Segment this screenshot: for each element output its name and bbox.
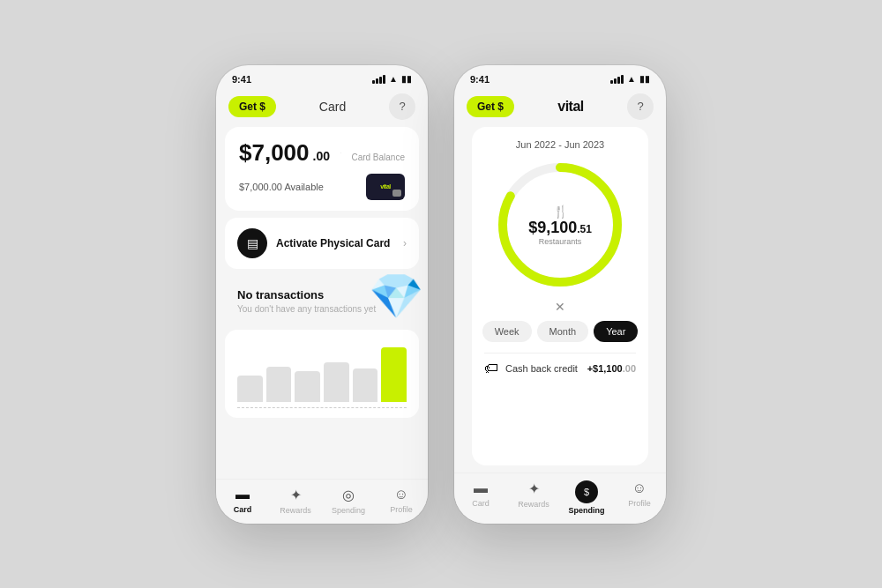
battery-icon-2: ▮▮ — [639, 74, 650, 84]
status-time-1: 9:41 — [232, 74, 251, 85]
get-button-1[interactable]: Get $ — [228, 96, 276, 117]
balance-cents: .00 — [313, 149, 330, 163]
year-tab[interactable]: Year — [594, 321, 638, 342]
restaurant-icon: 🍴 — [528, 204, 592, 218]
cashback-row: 🏷 Cash back credit +$1,100.00 — [484, 353, 636, 383]
donut-chart: 🍴 $9,100.51 Restaurants — [494, 159, 626, 291]
status-bar-2: 9:41 ▲ ▮▮ — [454, 65, 666, 88]
rewards-nav-icon-2: ✦ — [528, 480, 540, 497]
donut-center: 🍴 $9,100.51 Restaurants — [528, 204, 592, 245]
profile-nav-icon: ☺ — [394, 487, 408, 502]
bar-6 — [381, 347, 407, 402]
nav-profile-1[interactable]: ☺ Profile — [375, 487, 428, 515]
wifi-icon-2: ▲ — [627, 74, 636, 84]
nav-spending-2[interactable]: $ Spending — [560, 480, 613, 515]
available-text: $7,000.00 Available — [239, 182, 324, 192]
phone-2: 9:41 ▲ ▮▮ Get $ vital ? Jun 2022 - Jun 2… — [454, 65, 666, 524]
wifi-icon-1: ▲ — [389, 74, 398, 84]
spending-card: Jun 2022 - Jun 2023 🍴 $9,100.51 Restaura… — [472, 127, 648, 465]
chart-section — [225, 330, 419, 418]
bar-3 — [295, 371, 320, 402]
donut-amount: $9,100.51 — [528, 218, 592, 236]
help-button-2[interactable]: ? — [627, 93, 654, 120]
nav-card-2[interactable]: ▬ Card — [454, 480, 507, 515]
card-nav-label-2: Card — [472, 499, 490, 508]
balance-section: $7,000 .00 Card Balance $7,000.00 Availa… — [225, 127, 419, 211]
activate-card-icon: ▤ — [237, 228, 267, 258]
status-bar-1: 9:41 ▲ ▮▮ — [216, 65, 428, 88]
balance-label: Card Balance — [351, 153, 405, 162]
bottom-nav-2: ▬ Card ✦ Rewards $ Spending ☺ Profile — [454, 473, 666, 524]
phone-1: 9:41 ▲ ▮▮ Get $ Card ? $7,000 .00 Card B… — [216, 65, 428, 524]
card-nav-icon: ▬ — [235, 487, 250, 502]
activate-card-text: Activate Physical Card — [276, 237, 394, 249]
nav-card-1[interactable]: ▬ Card — [216, 487, 269, 515]
status-icons-1: ▲ ▮▮ — [372, 74, 412, 84]
spending-content: Jun 2022 - Jun 2023 🍴 $9,100.51 Restaura… — [454, 127, 666, 473]
donut-category: Restaurants — [528, 236, 592, 245]
nav-rewards-2[interactable]: ✦ Rewards — [507, 480, 560, 515]
spending-nav-label-2: Spending — [569, 506, 605, 515]
spending-nav-icon-2: $ — [575, 480, 598, 503]
nav-spending-1[interactable]: ◎ Spending — [322, 487, 375, 515]
cashback-icon: 🏷 — [484, 361, 498, 376]
card-nav-label: Card — [234, 505, 252, 514]
header-title-1: Card — [283, 100, 382, 114]
signal-icon-2 — [610, 75, 624, 84]
cashback-label: Cash back credit — [505, 363, 580, 374]
balance-amount: $7,000 — [239, 139, 310, 167]
date-range: Jun 2022 - Jun 2023 — [516, 139, 604, 150]
help-button-1[interactable]: ? — [389, 93, 415, 120]
profile-nav-label: Profile — [390, 505, 413, 514]
vital-logo: vital — [521, 99, 620, 115]
scroll-content-1: $7,000 .00 Card Balance $7,000.00 Availa… — [216, 127, 428, 479]
week-tab[interactable]: Week — [482, 321, 532, 342]
balance-row: $7,000 .00 Card Balance — [239, 139, 405, 167]
header-1: Get $ Card ? — [216, 88, 428, 127]
bar-5 — [353, 368, 378, 402]
rewards-nav-label: Rewards — [280, 506, 311, 515]
period-tabs: Week Month Year — [482, 321, 639, 342]
gem-decoration: 💎 — [369, 271, 423, 322]
cashback-amount: +$1,100.00 — [587, 363, 636, 374]
close-button[interactable]: ✕ — [555, 300, 565, 314]
get-button-2[interactable]: Get $ — [467, 96, 514, 117]
card-nav-icon-2: ▬ — [474, 480, 488, 496]
profile-nav-icon-2: ☺ — [632, 480, 647, 496]
chevron-right-icon: › — [403, 237, 407, 249]
activate-card-row[interactable]: ▤ Activate Physical Card › — [225, 218, 419, 269]
battery-icon-1: ▮▮ — [401, 74, 412, 84]
nav-rewards-1[interactable]: ✦ Rewards — [269, 487, 322, 515]
card-chip — [392, 190, 401, 197]
nav-profile-2[interactable]: ☺ Profile — [613, 480, 666, 515]
bottom-nav-1: ▬ Card ✦ Rewards ◎ Spending ☺ Profile — [216, 479, 428, 524]
signal-icon-1 — [372, 75, 385, 84]
bar-4 — [324, 362, 349, 402]
card-image: vital — [366, 174, 405, 200]
rewards-nav-icon: ✦ — [290, 487, 302, 503]
status-icons-2: ▲ ▮▮ — [610, 74, 650, 84]
month-tab[interactable]: Month — [537, 321, 589, 342]
chart-dashed-line — [237, 407, 407, 408]
profile-nav-label-2: Profile — [628, 499, 651, 508]
status-time-2: 9:41 — [470, 74, 490, 85]
chart-bars — [237, 340, 407, 402]
bar-2 — [266, 367, 292, 402]
rewards-nav-label-2: Rewards — [518, 500, 549, 509]
card-logo: vital — [380, 183, 391, 190]
available-row: $7,000.00 Available vital — [239, 174, 405, 200]
spending-nav-icon: ◎ — [342, 487, 355, 503]
no-transactions-section: No transactions You don't have any trans… — [225, 279, 419, 323]
header-2: Get $ vital ? — [454, 88, 666, 127]
spending-nav-label: Spending — [332, 506, 365, 515]
bar-1 — [237, 376, 263, 402]
